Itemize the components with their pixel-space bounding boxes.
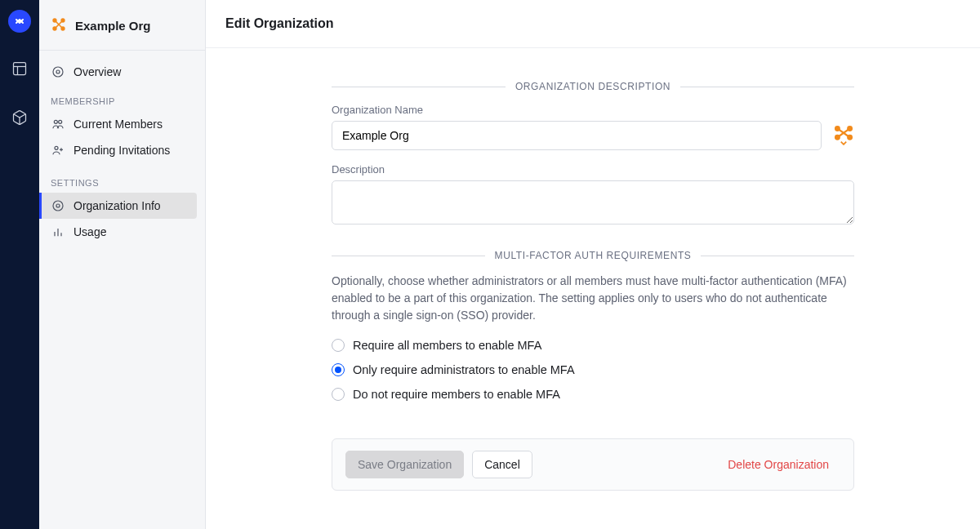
radio-icon <box>332 339 345 352</box>
org-name-input[interactable] <box>332 121 822 150</box>
section-label: Organization Description <box>515 81 670 92</box>
form-content: Organization Description Organization Na… <box>323 48 862 523</box>
app-rail <box>0 0 39 529</box>
radio-icon <box>332 388 345 401</box>
radio-label: Do not require members to enable MFA <box>353 388 560 401</box>
svg-rect-0 <box>14 63 26 75</box>
radio-label: Only require administrators to enable MF… <box>353 363 575 376</box>
sidebar-item-organization-info[interactable]: Organization Info <box>39 193 197 219</box>
svg-point-12 <box>54 120 57 123</box>
mfa-radio-group: Require all members to enable MFA Only r… <box>332 339 854 401</box>
sidebar-item-label: Pending Invitations <box>74 144 170 157</box>
main-content: Edit Organization Organization Descripti… <box>206 0 980 529</box>
user-plus-icon <box>51 144 65 157</box>
mfa-option-admins[interactable]: Only require administrators to enable MF… <box>332 363 854 376</box>
svg-point-18 <box>53 201 63 211</box>
description-field-label: Description <box>332 163 854 176</box>
sidebar-item-overview[interactable]: Overview <box>39 59 205 85</box>
svg-point-13 <box>59 120 62 123</box>
section-divider-description: Organization Description <box>332 81 854 92</box>
sidebar-item-usage[interactable]: Usage <box>39 219 205 245</box>
users-icon <box>51 118 65 131</box>
svg-point-10 <box>53 67 63 77</box>
gear-icon <box>51 199 65 212</box>
sidebar-item-label: Overview <box>74 65 121 78</box>
section-divider-mfa: Multi-Factor Auth Requirements <box>332 250 854 261</box>
sidebar-group-membership: Membership <box>39 85 205 111</box>
sidebar-item-label: Organization Info <box>74 199 161 212</box>
svg-point-14 <box>55 146 58 149</box>
rail-overview-icon[interactable] <box>7 56 33 82</box>
mfa-help-text: Optionally, choose whether administrator… <box>332 273 854 324</box>
delete-organization-button[interactable]: Delete Organization <box>716 451 840 478</box>
radio-icon <box>332 363 345 376</box>
org-header: Example Org <box>39 10 205 51</box>
sidebar-item-label: Current Members <box>74 118 163 131</box>
sidebar: Example Org Overview Membership Current … <box>39 0 206 529</box>
radio-label: Require all members to enable MFA <box>353 339 541 352</box>
actions-bar: Save Organization Cancel Delete Organiza… <box>332 438 854 491</box>
field-org-name: Organization Name <box>332 104 854 150</box>
cancel-button[interactable]: Cancel <box>472 451 532 478</box>
svg-point-11 <box>56 70 60 73</box>
save-button[interactable]: Save Organization <box>345 451 464 478</box>
sidebar-group-settings: Settings <box>39 163 205 193</box>
mfa-option-none[interactable]: Do not require members to enable MFA <box>332 388 854 401</box>
page-title: Edit Organization <box>225 16 960 31</box>
rail-box-icon[interactable] <box>7 104 33 131</box>
sidebar-item-current-members[interactable]: Current Members <box>39 111 205 137</box>
org-name-field-label: Organization Name <box>332 104 854 116</box>
org-avatar-picker[interactable] <box>833 124 854 148</box>
description-input[interactable] <box>332 180 854 224</box>
sidebar-item-pending-invitations[interactable]: Pending Invitations <box>39 137 205 163</box>
section-label: Multi-Factor Auth Requirements <box>495 250 692 261</box>
mfa-option-all[interactable]: Require all members to enable MFA <box>332 339 854 352</box>
app-logo[interactable] <box>8 10 31 33</box>
sidebar-nav: Overview Membership Current Members Pend… <box>39 51 205 253</box>
svg-point-17 <box>56 204 60 207</box>
bar-chart-icon <box>51 225 65 238</box>
eye-icon <box>51 65 65 78</box>
page-header: Edit Organization <box>206 0 980 48</box>
field-description: Description <box>332 163 854 227</box>
sidebar-item-label: Usage <box>74 225 106 238</box>
org-name-label: Example Org <box>75 19 151 33</box>
org-avatar-icon <box>51 16 67 35</box>
